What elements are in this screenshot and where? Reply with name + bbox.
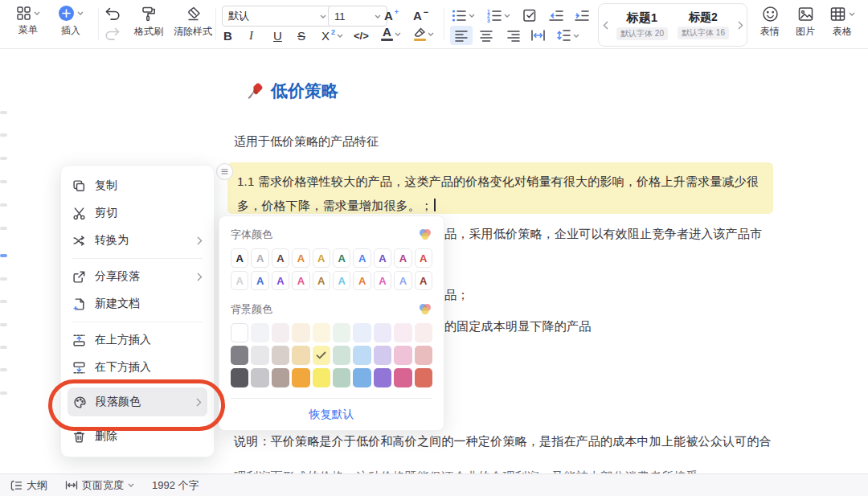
font-color-swatch[interactable]: A (415, 271, 432, 290)
insert-button[interactable]: 插入 (50, 5, 92, 38)
menu-item-new-doc[interactable]: 新建文档 (61, 290, 214, 318)
font-color-swatch[interactable]: A (292, 248, 309, 268)
bg-color-swatch[interactable] (374, 346, 391, 365)
menu-button[interactable]: 菜单 (8, 6, 48, 37)
bg-color-swatch[interactable] (231, 346, 248, 365)
outline-mark[interactable] (0, 227, 7, 230)
outline-mark[interactable] (0, 157, 7, 160)
image-button[interactable]: 图片 (789, 6, 821, 39)
outline-mark[interactable] (0, 133, 7, 137)
bg-color-swatch[interactable] (415, 346, 432, 365)
bg-color-swatch[interactable] (333, 368, 350, 387)
font-color-swatch[interactable]: A (272, 248, 289, 268)
bg-color-swatch[interactable] (313, 323, 330, 342)
bg-color-swatch[interactable] (353, 368, 371, 387)
checklist-button[interactable] (522, 6, 538, 25)
outline-mark[interactable] (0, 323, 7, 326)
highlighted-paragraph[interactable]: 1.1 需求价格弹性较大的产品，这类产品的价格变化对销量有很大的影响，价格上升需… (227, 162, 773, 214)
bg-color-swatch[interactable] (394, 323, 411, 342)
font-color-swatch[interactable]: A (374, 271, 391, 290)
subtitle-paragraph[interactable]: 适用于低价策略的产品特征 (234, 134, 379, 150)
font-color-swatch[interactable]: A (251, 248, 268, 268)
page-width-select[interactable]: 页面宽度 (65, 478, 134, 493)
font-color-swatch[interactable]: A (394, 248, 411, 268)
outline-toggle-button[interactable]: 大纲 (10, 478, 47, 493)
outline-mark[interactable] (0, 203, 7, 207)
bg-color-swatch[interactable] (292, 368, 309, 387)
bg-color-swatch[interactable] (251, 323, 268, 342)
underline-button[interactable]: U (273, 26, 282, 45)
line-spacing-button[interactable] (556, 26, 579, 45)
bg-color-swatch[interactable] (292, 346, 309, 365)
font-color-swatch[interactable]: A (353, 271, 371, 290)
bg-color-swatch[interactable] (231, 323, 248, 342)
bg-color-swatch[interactable] (394, 368, 411, 387)
bg-color-swatch[interactable] (251, 346, 268, 365)
strikethrough-button[interactable]: S (297, 26, 305, 45)
emoji-button[interactable]: 表情 (754, 6, 786, 39)
bg-color-swatch[interactable] (374, 323, 391, 342)
font-color-swatch[interactable]: A (333, 271, 350, 290)
bg-color-swatch[interactable] (353, 323, 371, 342)
clear-style-button[interactable]: 清除样式 (170, 6, 215, 39)
bg-color-swatch[interactable] (272, 368, 289, 387)
font-color-none-swatch[interactable]: A (231, 271, 248, 290)
outline-mark[interactable] (0, 111, 7, 114)
note-paragraph[interactable]: 说明：平价策略是介于低价和高价之间的一种定价策略，是指在产品的成本中加上能被公众… (234, 434, 772, 449)
color-wheel-icon[interactable] (418, 228, 432, 241)
align-center-button[interactable] (479, 26, 493, 45)
format-painter-button[interactable]: 格式刷 (129, 6, 169, 39)
paragraph-drag-handle[interactable] (216, 163, 233, 180)
bg-color-swatch[interactable] (374, 368, 391, 387)
superscript-button[interactable]: X 2 (321, 26, 343, 45)
font-color-swatch[interactable]: A (415, 248, 432, 268)
gallery-prev-button[interactable] (599, 21, 612, 30)
bg-color-swatch[interactable] (333, 323, 350, 342)
font-color-button[interactable]: A (381, 24, 401, 43)
bg-color-swatch-selected[interactable] (313, 346, 330, 365)
decrease-font-button[interactable]: A − (413, 6, 428, 25)
outline-mark[interactable] (0, 300, 7, 303)
bg-color-swatch[interactable] (353, 346, 371, 365)
bg-color-swatch[interactable] (415, 368, 432, 387)
gallery-next-button[interactable] (734, 21, 747, 30)
style-heading2-button[interactable]: 标题2 默认字体 16 (673, 10, 734, 39)
paragraph-fragment[interactable]: 的固定成本明显下降的产品 (444, 319, 591, 334)
font-color-swatch[interactable]: A (251, 271, 268, 290)
bg-color-swatch[interactable] (272, 323, 289, 342)
outline-mark[interactable] (0, 277, 7, 281)
italic-button[interactable]: I (249, 26, 253, 45)
font-size-select[interactable]: 11 (328, 6, 387, 27)
menu-item-copy[interactable]: 复制 (61, 172, 214, 199)
menu-item-share[interactable]: 分享段落 (61, 263, 214, 290)
outline-mark[interactable] (0, 254, 7, 257)
menu-item-insert-above[interactable]: 在上方插入 (61, 326, 214, 354)
font-color-swatch[interactable]: A (353, 248, 371, 268)
outline-mark[interactable] (0, 180, 7, 183)
font-color-swatch[interactable]: A (313, 248, 330, 268)
font-color-swatch[interactable]: A (394, 271, 411, 290)
font-color-swatch[interactable]: A (231, 248, 248, 268)
table-button[interactable]: 表格 (823, 6, 862, 39)
bg-color-swatch[interactable] (333, 346, 350, 365)
menu-item-trash[interactable]: 删除 (61, 423, 214, 450)
font-color-swatch[interactable]: A (333, 248, 350, 268)
font-family-select[interactable]: 默认 (222, 6, 333, 27)
bg-color-swatch[interactable] (394, 346, 411, 365)
inline-code-button[interactable]: </> (354, 26, 369, 45)
menu-item-cut[interactable]: 剪切 (61, 199, 214, 227)
restore-default-button[interactable]: 恢复默认 (231, 399, 432, 430)
bg-color-swatch[interactable] (231, 368, 248, 387)
align-left-button[interactable] (450, 26, 473, 45)
menu-item-insert-below[interactable]: 在下方插入 (61, 354, 214, 381)
style-heading1-button[interactable]: 标题1 默认字体 20 (612, 10, 673, 40)
increase-font-button[interactable]: A + (384, 6, 399, 25)
font-color-swatch[interactable]: A (292, 271, 309, 290)
font-color-swatch[interactable]: A (313, 271, 330, 290)
outline-mark[interactable] (0, 346, 7, 349)
menu-item-palette[interactable]: 段落颜色 (68, 387, 207, 416)
text-width-button[interactable] (530, 26, 546, 45)
outline-mark[interactable] (0, 368, 7, 371)
bg-color-swatch[interactable] (272, 346, 289, 365)
font-color-swatch[interactable]: A (374, 248, 391, 268)
